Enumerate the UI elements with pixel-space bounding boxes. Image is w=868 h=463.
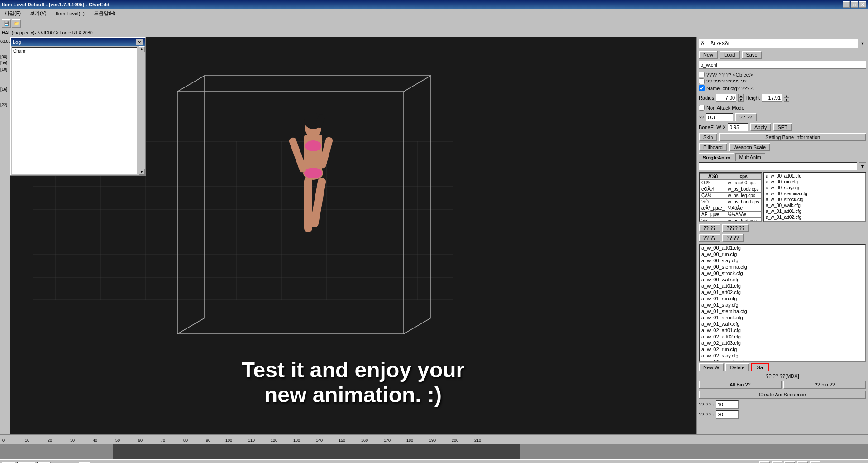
save-icon-btn[interactable]: 💾: [2, 19, 11, 28]
main-dropdown[interactable]: Ã°_ Äf ÆXÃl: [699, 39, 858, 48]
main-anim-item[interactable]: a_w_00_walk.cfg: [700, 276, 865, 283]
bone-table-scroll[interactable]: Ã¼û cps Ó.®w_face00.cpseÓÃ¼w_bs_body.cps…: [699, 172, 762, 222]
skin-button[interactable]: Skin: [699, 133, 717, 141]
tab-multi-anim[interactable]: MultiAnim: [735, 153, 765, 161]
height-input[interactable]: [762, 94, 782, 102]
delete-button[interactable]: Delete: [725, 363, 749, 371]
dropdown-arrow[interactable]: ▼: [859, 39, 866, 48]
checkbox-name-chf[interactable]: [699, 85, 705, 91]
log-scrollbar[interactable]: ▲ ▼: [138, 46, 145, 175]
main-anim-item[interactable]: a_w_00_run.cfg: [700, 251, 865, 257]
field1-input[interactable]: [716, 400, 739, 409]
menu-item-level[interactable]: Item Level(L): [53, 10, 87, 17]
main-anim-item[interactable]: a_w_02_att03.cfg: [700, 340, 865, 346]
qq-input[interactable]: [706, 113, 733, 121]
height-up[interactable]: ▲: [784, 94, 789, 98]
transport-skip-back[interactable]: ⏮: [759, 461, 770, 463]
bone-table-row[interactable]: eÓÃ¼w_bs_body.cps: [700, 186, 761, 193]
non-attack-label: Non Attack Mode: [706, 105, 744, 111]
main-anim-item[interactable]: a_w_01_run.cfg: [700, 295, 865, 302]
main-anim-item[interactable]: a_w_00_stay.cfg: [700, 257, 865, 264]
tab-single-anim[interactable]: SingleAnim: [699, 153, 734, 161]
menu-help[interactable]: 도움말(H): [91, 9, 118, 18]
main-anim-item[interactable]: a_w_00_att01.cfg: [700, 245, 865, 251]
small-anim-item[interactable]: a_w_01_att02.cfg: [764, 214, 865, 220]
bone-value-input[interactable]: [728, 123, 748, 131]
small-anim-item[interactable]: a_w_00_strock.cfg: [764, 197, 865, 203]
scroll-down-btn[interactable]: ▼: [139, 169, 145, 175]
height-down[interactable]: ▼: [784, 98, 789, 102]
small-anim-item[interactable]: a_w_00_stemina.cfg: [764, 191, 865, 197]
main-anim-item[interactable]: a_w_01_strock.cfg: [700, 314, 865, 321]
minimize-btn[interactable]: ─: [843, 1, 850, 8]
main-anim-item[interactable]: a_w_02_stay.cfg: [700, 352, 865, 359]
create-ani-button[interactable]: Create Ani Sequence: [699, 391, 866, 399]
transport-prev[interactable]: ◀◀: [772, 461, 782, 463]
small-anim-item[interactable]: a_w_00_walk.cfg: [764, 203, 865, 208]
non-attack-checkbox[interactable]: [699, 105, 705, 111]
menu-view[interactable]: 보기(V): [27, 9, 49, 18]
load-button[interactable]: Load: [720, 51, 739, 59]
open-icon-btn[interactable]: 📁: [12, 19, 21, 28]
bone-table-row[interactable]: ÃÈ_µµæ_¼¼AóÃe: [700, 212, 761, 218]
btn-qq-2[interactable]: ???? ??: [722, 224, 749, 232]
main-anim-item[interactable]: a_w_02_att02.cfg: [700, 333, 865, 340]
checkbox-object[interactable]: [699, 72, 705, 77]
set-button[interactable]: SET: [773, 123, 792, 131]
btn-qq-4[interactable]: ?? ??: [722, 234, 744, 242]
btn-qq-1[interactable]: ?? ??: [699, 224, 720, 232]
transport-skip-fwd[interactable]: ⏭: [810, 461, 820, 463]
bone-table-row[interactable]: ÇÃ¼w_bs_leg.cps: [700, 193, 761, 199]
main-anim-item[interactable]: a_w_01_att02.cfg: [700, 289, 865, 295]
small-anim-item[interactable]: a_w_00_run.cfg: [764, 179, 865, 185]
checkbox-qqq[interactable]: [699, 78, 705, 84]
svg-text:20: 20: [48, 438, 52, 443]
close-btn[interactable]: ✕: [859, 1, 866, 8]
anim-dropdown-arrow[interactable]: ▼: [859, 162, 866, 170]
setting-bone-button[interactable]: Setting Bone Information: [719, 133, 866, 141]
new-w-button[interactable]: New W: [699, 363, 724, 371]
main-anim-item[interactable]: a_w_00_strock.cfg: [700, 270, 865, 276]
radius-up[interactable]: ▲: [738, 94, 744, 98]
bone-table-row[interactable]: æÃ°_µµæ_¼AóÃe: [700, 205, 761, 212]
file-input[interactable]: [699, 61, 866, 69]
bin-convert-button[interactable]: ??.bin ??: [783, 381, 866, 389]
small-anim-item[interactable]: a_w_00_att01.cfg: [764, 173, 865, 179]
qq-btn[interactable]: ?? ??: [735, 113, 757, 121]
transport-next[interactable]: ▶▶: [797, 461, 808, 463]
main-anim-item[interactable]: a_w_02_att01.cfg: [700, 327, 865, 333]
timeline-track[interactable]: [0, 444, 868, 459]
anim-dropdown[interactable]: [699, 162, 857, 170]
main-anim-item[interactable]: a_w_01_att01.cfg: [700, 283, 865, 289]
transport-pause[interactable]: ⏸: [784, 461, 795, 463]
btn-qq-3[interactable]: ?? ??: [699, 234, 720, 242]
bone-table-row[interactable]: Ó.®w_face00.cps: [700, 180, 761, 186]
main-anim-item[interactable]: a_w_01_walk.cfg: [700, 321, 865, 327]
save-button[interactable]: Save: [742, 51, 762, 59]
small-anim-item[interactable]: a_w_00_stay.cfg: [764, 185, 865, 191]
radius-input[interactable]: [716, 94, 736, 102]
bone-table-row[interactable]: ¼Ów_bs_hand.cps: [700, 199, 761, 205]
menu-file[interactable]: 파일(F): [2, 9, 24, 18]
anim-list[interactable]: a_w_00_att01.cfga_w_00_run.cfga_w_00_sta…: [763, 172, 866, 222]
all-bin-button[interactable]: All.Bin ??: [699, 381, 782, 389]
radius-down[interactable]: ▼: [738, 98, 744, 102]
billboard-button[interactable]: Billboard: [699, 143, 727, 151]
sa-button[interactable]: Sa: [751, 363, 769, 371]
main-anim-item[interactable]: a_w_01_stemina.cfg: [700, 308, 865, 314]
left-panel: 63.03| [08] [09] [10] [16] [22]: [0, 37, 10, 434]
maximize-btn[interactable]: □: [851, 1, 858, 8]
main-anim-item[interactable]: a_w_01_stay.cfg: [700, 302, 865, 308]
apply-button[interactable]: Apply: [750, 123, 772, 131]
main-anim-item[interactable]: a_w_00_stemina.cfg: [700, 264, 865, 270]
scroll-up-btn[interactable]: ▲: [139, 46, 145, 52]
new-button[interactable]: New: [699, 51, 718, 59]
field2-input[interactable]: [716, 410, 739, 419]
small-anim-item[interactable]: a_w_01_att01.cfg: [764, 208, 865, 214]
bone-table-row[interactable]: ¼6w_bs_foot.cps: [700, 218, 761, 222]
weapon-scale-button[interactable]: Weapon Scale: [729, 143, 770, 151]
log-close[interactable]: ✕: [136, 39, 143, 45]
main-anim-item[interactable]: a_w_02_run.cfg: [700, 346, 865, 352]
main-anim-list[interactable]: a_w_00_att01.cfga_w_00_run.cfga_w_00_sta…: [699, 244, 866, 362]
main-anim-item[interactable]: a_w_02_stemina.cfg: [700, 359, 865, 362]
